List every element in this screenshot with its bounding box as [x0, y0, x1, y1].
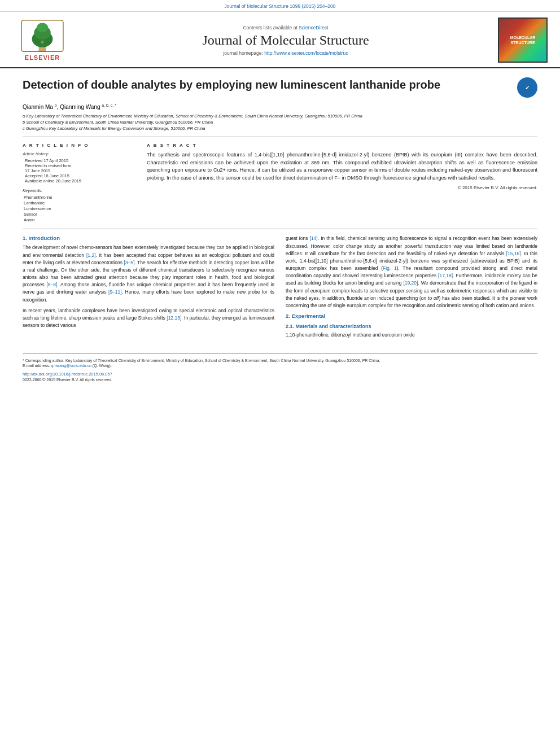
sciencedirect-link[interactable]: ScienceDirect: [299, 25, 328, 30]
section-1-title: 1. Introduction: [23, 235, 274, 241]
article-title: Detection of double analytes by employin…: [23, 77, 511, 92]
ref-15-16[interactable]: [15,16]: [506, 251, 521, 256]
author-qianmin-ma: Qianmin Ma b,: [23, 104, 58, 110]
email-line: E-mail address: qmwang@scnu.edu.cn (Q. W…: [23, 364, 537, 368]
crossmark-badge[interactable]: ✓: [517, 77, 537, 98]
body-left-column: 1. Introduction The development of novel…: [23, 235, 274, 342]
affil-a: a Key Laboratory of Theoretical Chemistr…: [23, 113, 537, 119]
authors-line: Qianmin Ma b, Qianming Wang a, b, c, *: [23, 103, 537, 110]
intro-para-1: The development of novel chemo-sensors h…: [23, 244, 274, 303]
ref-12-13[interactable]: [12,13]: [167, 315, 181, 321]
intro-para-3: guest ions [14]. In this field, chemical…: [286, 235, 537, 309]
molecular-structure-logo: MOLECULAR STRUCTURE: [498, 18, 549, 63]
body-content: 1. Introduction The development of novel…: [23, 235, 537, 342]
journal-name-title: Journal of Molecular Structure: [79, 33, 492, 48]
affiliations-section: a Key Laboratory of Theoretical Chemistr…: [23, 113, 537, 131]
mol-structure-image: MOLECULAR STRUCTURE: [498, 18, 548, 63]
section-2-title: 2. Experimental: [286, 313, 537, 319]
article-content: Detection of double analytes by employin…: [0, 68, 560, 393]
revised-date: 17 June 2015: [25, 168, 135, 173]
ref-3-5[interactable]: [3–5]: [124, 260, 134, 265]
elsevier-logo: ELSEVIER: [11, 19, 73, 61]
revised-label: Received in revised form: [25, 163, 135, 168]
ref-14[interactable]: [14]: [310, 235, 318, 241]
available-date: Available online 20 June 2015: [25, 178, 135, 184]
article-title-section: Detection of double analytes by employin…: [23, 77, 537, 98]
email-label: E-mail address:: [23, 364, 50, 368]
keyword-2: Lanthanide: [24, 200, 135, 206]
ref-19-20[interactable]: [19,20]: [403, 280, 418, 286]
ref-6-8[interactable]: [6–8]: [46, 282, 57, 287]
keyword-3: Luminescence: [24, 206, 135, 211]
affil-c: c Guangzhou Key Laboratory of Materials …: [23, 126, 537, 131]
author-qianming-wang: Qianming Wang a, b, c, *: [60, 104, 116, 110]
keywords-heading: Keywords:: [23, 188, 135, 193]
elsevier-logo-section: ELSEVIER: [11, 19, 73, 61]
footer-section: * Corresponding author. Key Laboratory o…: [23, 353, 537, 382]
journal-ref-text: Journal of Molecular Structure 1099 (201…: [224, 3, 335, 9]
article-info-heading: A R T I C L E I N F O: [23, 143, 135, 148]
homepage-link[interactable]: http://www.elsevier.com/locate/molstruc: [264, 50, 348, 56]
svg-point-3: [37, 23, 48, 32]
article-info-column: A R T I C L E I N F O Article history: R…: [23, 143, 135, 223]
contents-text: Contents lists available at: [243, 25, 297, 30]
journal-reference-bar: Journal of Molecular Structure 1099 (201…: [0, 0, 560, 12]
homepage-label: journal homepage:: [223, 50, 262, 56]
accepted-date: Accepted 18 June 2015: [25, 173, 135, 178]
svg-point-5: [41, 41, 44, 44]
keyword-5: Anion: [24, 217, 135, 222]
divider-2: [23, 229, 537, 229]
info-abstract-section: A R T I C L E I N F O Article history: R…: [23, 143, 537, 223]
article-history-label: Article history:: [23, 151, 135, 156]
mol-structure-label: MOLECULAR STRUCTURE: [510, 35, 536, 45]
corresponding-author-note: * Corresponding author. Key Laboratory o…: [23, 359, 537, 362]
elsevier-tree-icon: [17, 19, 68, 53]
journal-title-section: Contents lists available at ScienceDirec…: [79, 25, 492, 56]
subsection-2-1-title: 2.1. Materials and characterizations: [286, 324, 537, 329]
ref-17-18[interactable]: [17,18]: [438, 273, 453, 278]
ref-1-2[interactable]: [1,2]: [86, 252, 96, 258]
ref-fig1[interactable]: Fig. 1: [383, 265, 397, 271]
email-link[interactable]: qmwang@scnu.edu.cn: [51, 364, 91, 368]
keyword-4: Sensor: [24, 212, 135, 217]
ref-9-11[interactable]: [9–11]: [108, 289, 122, 295]
crossmark-icon: ✓: [517, 77, 537, 98]
abstract-column: A B S T R A C T The synthesis and spectr…: [147, 143, 537, 223]
rights-text: 0022-2860/© 2015 Elsevier B.V. All right…: [23, 378, 537, 382]
body-right-column: guest ions [14]. In this field, chemical…: [286, 235, 537, 342]
contents-available-line: Contents lists available at ScienceDirec…: [79, 25, 492, 30]
doi-link[interactable]: http://dx.doi.org/10.1016/j.molstruc.201…: [23, 372, 112, 377]
keyword-1: Phenanthroline: [24, 195, 135, 200]
section2-para1: 1,10-phenanthroline, dibenzoyl methane a…: [286, 331, 537, 339]
journal-homepage-line: journal homepage: http://www.elsevier.co…: [79, 50, 492, 56]
divider-1: [23, 137, 537, 137]
abstract-text: The synthesis and spectroscopic features…: [147, 151, 537, 182]
abstract-heading: A B S T R A C T: [147, 143, 537, 148]
received-date: Received 17 April 2015: [25, 158, 135, 163]
copyright-line: © 2015 Elsevier B.V. All rights reserved…: [147, 185, 537, 190]
affil-b: b School of Chemistry & Environment, Sou…: [23, 120, 537, 125]
journal-header: ELSEVIER Contents lists available at Sci…: [0, 12, 560, 68]
email-name: (Q. Wang).: [93, 364, 112, 368]
elsevier-text: ELSEVIER: [25, 54, 60, 61]
intro-para-2: In recent years, lanthanide complexes ha…: [23, 307, 274, 330]
